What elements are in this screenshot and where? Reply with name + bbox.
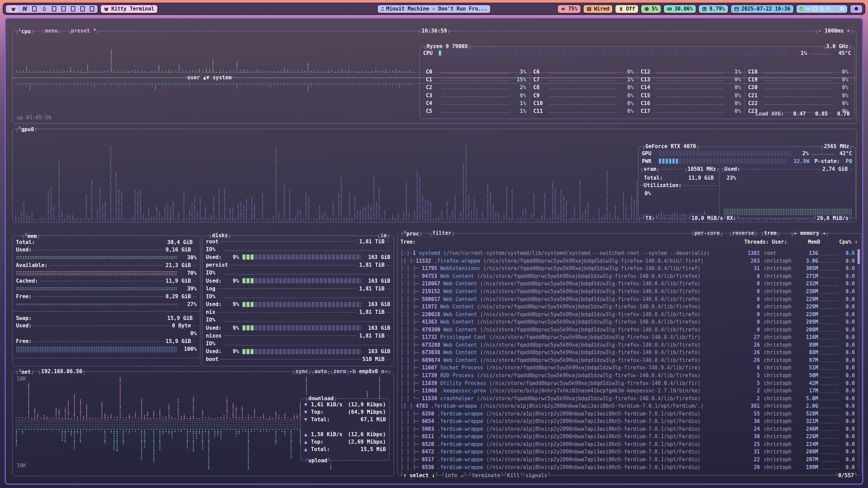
tray-item-off[interactable]: Off xyxy=(615,4,639,14)
music-widget[interactable]: ♫ Minuit Machine - Don't Run Fro... xyxy=(377,4,491,14)
proc-tree-toggle[interactable]: ┐tree┌ xyxy=(761,230,780,237)
check-icon[interactable] xyxy=(799,6,804,11)
scroll-down-arrow[interactable]: ↓ xyxy=(851,463,854,469)
process-row-673288[interactable]: │ │ ├─ 673288 Web Content (/nix/store/fq… xyxy=(398,341,862,349)
process-row-1[interactable]: [-]-1 systemd (/run/current-system/syste… xyxy=(398,249,862,257)
tray-item-2025-07-22-16-36[interactable]: 2025-07-22 16:36 xyxy=(730,4,794,14)
process-row-11732[interactable]: │ │ ├─ 11732 Privileged Cont (/nix/store… xyxy=(398,333,862,341)
core-c5: C5 1% xyxy=(425,107,527,115)
proc-info-button[interactable]: ┘info ↵└ xyxy=(441,472,467,479)
process-row-11532[interactable]: │[-]-11532 .firefox-wrappe (/nix/store/f… xyxy=(398,257,862,265)
square-icon[interactable] xyxy=(52,6,56,12)
update-interval-control[interactable]: ┐- 1000ms +┌ xyxy=(815,27,853,34)
process-row-11539[interactable]: │ │ └─ 11539 crashhelper (/nix/store/fqa… xyxy=(398,394,862,402)
process-row-6350[interactable]: │ │ ├─ 6350 .ferdium-wrappe (/nix/store/… xyxy=(398,410,862,418)
square-icon[interactable] xyxy=(32,6,37,12)
core-c16: C16 0% xyxy=(640,99,742,107)
workspace-switcher[interactable]: N xyxy=(5,4,98,14)
gpu-util-value: 0% xyxy=(645,190,651,197)
process-row-6654[interactable]: │ │ ├─ 6654 .ferdium-wrappe (/nix/store/… xyxy=(398,418,862,425)
process-row-11972[interactable]: │ │ ├─ 11972 Web Content (/nix/store/fqa… xyxy=(398,303,862,311)
grid-icon[interactable] xyxy=(840,6,845,11)
process-row-220028[interactable]: │ │ ├─ 220028 Web Content (/nix/store/fq… xyxy=(398,310,862,318)
process-row-5983[interactable]: │ │ ├─ 5983 .ferdium-wrappe (/nix/store/… xyxy=(398,425,862,433)
proc-signals-button[interactable]: ┘signals└ xyxy=(522,472,551,479)
notifications-button[interactable] xyxy=(850,4,863,14)
process-row-11968[interactable]: │ │ ├─ 11968 .keepassxc-prox (/nix/store… xyxy=(398,387,862,395)
process-row-4783[interactable]: │[-]-4783 .ferdium-wrappe (/nix/store/a1… xyxy=(398,402,862,410)
cpu-menu-button[interactable]: ┐menu┌ xyxy=(42,27,61,34)
proc-sort-switcher[interactable]: ┐← memory →┌ xyxy=(790,230,829,237)
process-row-11839[interactable]: │ │ ├─ 11839 Utility Process (/nix/store… xyxy=(398,379,862,387)
process-row-6472[interactable]: │ │ ├─ 6472 .ferdium-wrappe (/nix/store/… xyxy=(398,448,862,456)
active-window-button[interactable]: Kitty Terminal xyxy=(100,4,158,14)
gpu-pwr-label: PWR xyxy=(642,158,659,164)
process-row-11795[interactable]: │ │ ├─ 11795 WebExtensions (/nix/store/f… xyxy=(398,265,862,272)
disks-io-toggle[interactable]: ┐io┌ xyxy=(377,232,390,239)
calendar-icon xyxy=(734,6,739,12)
process-row-218067[interactable]: │ │ ├─ 218067 Web Content (/nix/store/fq… xyxy=(398,280,862,288)
window-icon[interactable] xyxy=(813,6,817,11)
tray-item-30-06-[interactable]: 30.06% xyxy=(663,4,696,14)
proc-scrollbar-thumb[interactable] xyxy=(857,249,860,264)
gpu-pstate-value: P0 xyxy=(840,158,852,164)
upload-label: ┘upload└ xyxy=(305,457,331,464)
cpu-usage-meter xyxy=(439,50,789,56)
net-sync-toggle[interactable]: ┐sync┌ xyxy=(292,368,312,375)
music-track-label: Minuit Machine - Don't Run Fro... xyxy=(386,6,487,12)
nix-icon[interactable]: N xyxy=(22,5,27,12)
cpu-icon xyxy=(644,6,649,12)
process-row-479390[interactable]: │ │ ├─ 479390 Web Content (/nix/store/fq… xyxy=(398,326,862,333)
proc-filter-button[interactable]: ┐filter┌ xyxy=(429,230,455,237)
square-icon[interactable] xyxy=(61,6,66,12)
tray-item-8-79-[interactable]: 8.79% xyxy=(698,4,728,14)
proc-scrollbar[interactable] xyxy=(857,249,860,470)
proc-kill-button[interactable]: ┘Kill└ xyxy=(504,472,523,479)
process-row-580017[interactable]: │ │ ├─ 580017 Web Content (/nix/store/fq… xyxy=(398,295,862,303)
cpu-preset-button[interactable]: ┐preset *┌ xyxy=(67,27,100,34)
process-row-94753[interactable]: │ │ ├─ 94753 Web Content (/nix/store/fqa… xyxy=(398,272,862,280)
volume-icon xyxy=(561,6,566,12)
tray-item-wired[interactable]: Wired xyxy=(583,4,613,14)
window-title: Kitty Terminal xyxy=(111,6,154,12)
process-row-11607[interactable]: │ │ ├─ 11607 Socket Process (/nix/store/… xyxy=(398,364,862,372)
wave-icon[interactable] xyxy=(806,6,811,11)
net-auto-toggle[interactable]: ┐auto┌ xyxy=(311,368,331,375)
proc-panel-title: ┐4proc┌ xyxy=(400,230,422,237)
process-row-11739[interactable]: │ │ ├─ 11739 RDD Process (/nix/store/fqa… xyxy=(398,372,862,380)
cpu-graph-legend[interactable]: ─user ▲▼ system─ xyxy=(184,74,235,81)
process-row-673038[interactable]: │ │ ├─ 673038 Web Content (/nix/store/fq… xyxy=(398,349,862,357)
square-icon[interactable] xyxy=(80,6,85,12)
gpu-panel: ┐5gpu0┌ ┐GeForce RTX 4070┌ ┐2565 MHz┌ GP… xyxy=(12,129,856,222)
core-c12: C12 1% xyxy=(640,68,742,76)
net-panel: ┐3net┌ ┐192.168.86.50┌ ┐sync┌ ┐auto┌ ┐ze… xyxy=(12,371,394,476)
process-row-41363[interactable]: │ │ ├─ 41363 Web Content (/nix/store/fqa… xyxy=(398,318,862,326)
system-tray[interactable] xyxy=(796,4,848,14)
square-icon[interactable] xyxy=(90,6,94,12)
process-row-6520[interactable]: │ │ ├─ 6520 .ferdium-wrappe (/nix/store/… xyxy=(398,441,862,448)
process-row-689674[interactable]: │ │ ├─ 689674 Web Content (/nix/store/fq… xyxy=(398,357,862,364)
process-row-6517[interactable]: │ │ ├─ 6517 .ferdium-wrappe (/nix/store/… xyxy=(398,456,862,464)
tray-item-5-[interactable]: 5% xyxy=(640,4,662,14)
proc-select-hint[interactable]: ┘↑ select ↓└ xyxy=(400,472,438,479)
down-arrow-icon: ▼ xyxy=(304,409,311,415)
core-c17: C17 0% xyxy=(640,107,742,115)
phone-icon[interactable] xyxy=(820,6,824,11)
proc-percore-toggle[interactable]: ┐per-core┌ xyxy=(691,230,723,237)
proc-terminate-button[interactable]: ┘terminate└ xyxy=(468,472,504,479)
net-panel-title: ┐3net┌ xyxy=(15,368,34,375)
net-interface-switcher[interactable]: ┐←b enp8s0 n→┌ xyxy=(346,368,391,375)
load-average: Load AVG: 0.47 0.85 0.70 xyxy=(755,111,850,117)
square-icon[interactable] xyxy=(71,6,75,12)
proc-reverse-toggle[interactable]: ┐reverse┌ xyxy=(729,230,758,237)
download-label: ┐download┌ xyxy=(305,395,337,402)
process-row-6511[interactable]: │ │ ├─ 6511 .ferdium-wrappe (/nix/store/… xyxy=(398,433,862,441)
music-note-icon: ♫ xyxy=(381,6,384,12)
funnel-icon[interactable] xyxy=(833,6,838,11)
flame-icon[interactable] xyxy=(42,6,47,12)
key-icon[interactable] xyxy=(826,6,831,11)
tray-item-75-[interactable]: 75% xyxy=(557,4,581,14)
process-row-6536[interactable]: │ │ ├─ 6536 .ferdium-wrappe (/nix/store/… xyxy=(398,463,862,471)
cat-icon[interactable] xyxy=(9,5,17,13)
process-row-219152[interactable]: │ │ ├─ 219152 Web Content (/nix/store/fq… xyxy=(398,288,862,296)
